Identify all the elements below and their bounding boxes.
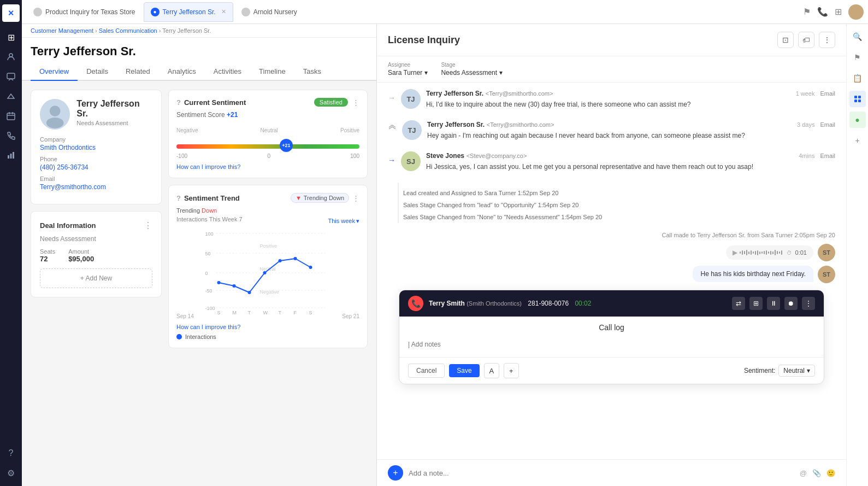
- sidebar-item-calendar[interactable]: [2, 107, 20, 125]
- tab-product-inquiry[interactable]: Product Inquiry for Texas Store: [26, 2, 143, 22]
- svg-text:T: T: [279, 310, 282, 315]
- breadcrumb-sales-comm[interactable]: Sales Communication: [99, 27, 157, 34]
- sentiment-header-right: Satisfied ⋮: [314, 98, 359, 107]
- rs-green-icon[interactable]: ●: [849, 112, 866, 128]
- call-record-icon[interactable]: ⏺: [784, 297, 798, 310]
- mention-icon[interactable]: @: [800, 469, 807, 477]
- seats-value: 72: [40, 255, 55, 263]
- legend-dot: [176, 334, 182, 339]
- add-new-button[interactable]: + Add New: [40, 268, 152, 288]
- expand-icon[interactable]: ⊡: [777, 32, 794, 48]
- svg-text:T: T: [248, 310, 251, 315]
- tab-overview[interactable]: Overview: [31, 63, 78, 81]
- tab-analytics[interactable]: Analytics: [159, 63, 205, 81]
- notifications-icon[interactable]: ⚑: [803, 7, 811, 17]
- phone-value[interactable]: (480) 256-36734: [40, 163, 152, 171]
- sentiment-badge: Satisfied: [314, 98, 348, 107]
- company-value[interactable]: Smith Orthodontics: [40, 144, 152, 151]
- cancel-button[interactable]: Cancel: [408, 364, 445, 378]
- tab-related[interactable]: Related: [117, 63, 159, 81]
- wave-14: [768, 251, 769, 254]
- sentiment-dropdown[interactable]: Neutral ▾: [778, 365, 815, 377]
- trend-menu-icon[interactable]: ⋮: [352, 194, 359, 202]
- call-hold-icon[interactable]: ⏸: [767, 297, 780, 310]
- assignee-value[interactable]: Sara Turner ▾: [388, 69, 428, 77]
- contact-avatar: [40, 99, 70, 130]
- tab-arnold-nursery[interactable]: Arnold Nursery: [234, 2, 304, 22]
- svg-text:Negative: Negative: [260, 289, 280, 295]
- call-bubble: He has his kids birthday next Friday.: [693, 266, 813, 282]
- call-keypad-icon[interactable]: ⊞: [749, 297, 763, 310]
- score-label: Sentiment Score +21: [176, 111, 359, 119]
- left-panel-body: Terry Jefferson Sr. Needs Assessment Com…: [22, 81, 376, 486]
- sidebar-item-reports[interactable]: [2, 147, 20, 164]
- trend-header: ? Sentiment Trend ▼ Trending Down ⋮: [176, 193, 359, 203]
- svg-rect-37: [854, 99, 857, 102]
- deal-header: Deal Information ⋮: [40, 220, 152, 231]
- email-value[interactable]: Terry@smithortho.com: [40, 183, 152, 191]
- tab-close-icon[interactable]: ✕: [221, 8, 226, 15]
- sidebar-item-contacts[interactable]: [2, 48, 20, 66]
- seats-stat: Seats 72: [40, 248, 55, 263]
- msg-sender-2: Terry Jefferson Sr. <Terry@smithortho.co…: [427, 120, 554, 128]
- svg-point-7: [46, 118, 64, 128]
- stage-value[interactable]: Needs Assessment ▾: [441, 69, 503, 77]
- save-button[interactable]: Save: [449, 364, 479, 377]
- trending-dir: Down: [202, 207, 217, 214]
- improve-link-1[interactable]: How can I improve this?: [176, 163, 359, 170]
- sidebar-item-phone[interactable]: [2, 127, 20, 144]
- call-duration: 00:02: [575, 300, 591, 307]
- attach-icon[interactable]: 📎: [812, 469, 821, 477]
- tab-activities[interactable]: Activities: [205, 63, 250, 81]
- format-icon[interactable]: A: [484, 363, 499, 378]
- user-avatar[interactable]: [848, 4, 864, 20]
- sentiment-header: ? Current Sentiment Satisfied ⋮: [176, 98, 359, 107]
- rs-search-icon[interactable]: 🔍: [849, 28, 866, 45]
- sidebar-item-deals[interactable]: [2, 87, 20, 105]
- play-icon[interactable]: ▶: [733, 249, 737, 256]
- note-input[interactable]: [409, 469, 794, 477]
- phone-icon[interactable]: 📞: [817, 7, 828, 17]
- page-header: Terry Jefferson Sr.: [22, 38, 376, 63]
- audio-waves: [740, 250, 782, 255]
- note-icons: @ 📎 🙂: [800, 469, 835, 477]
- improve-link-2[interactable]: How can I improve this?: [176, 324, 359, 330]
- msg-content-3: Steve Jones <Steve@company.co> 4mins Ema…: [426, 151, 835, 172]
- tab-details[interactable]: Details: [78, 63, 117, 81]
- tab-tasks[interactable]: Tasks: [294, 63, 330, 81]
- svg-point-33: [294, 257, 297, 260]
- msg-meta-3: 4mins Email: [799, 153, 835, 159]
- tag-icon[interactable]: 🏷: [798, 32, 814, 48]
- call-more-icon[interactable]: ⋮: [802, 297, 815, 310]
- audio-bar[interactable]: ▶: [726, 245, 813, 260]
- assignee-chevron: ▾: [424, 69, 428, 77]
- call-transfer-icon[interactable]: ⇄: [732, 297, 745, 310]
- svg-rect-2: [7, 113, 15, 120]
- sidebar-item-settings[interactable]: ⚙: [2, 464, 20, 482]
- rs-table-icon[interactable]: [849, 91, 866, 107]
- rs-add-icon[interactable]: +: [849, 132, 866, 149]
- tab-timeline[interactable]: Timeline: [250, 63, 294, 81]
- svg-text:F: F: [294, 310, 297, 315]
- add-note-button[interactable]: +: [388, 465, 403, 481]
- tab-terry-jefferson[interactable]: ● Terry Jefferson Sr. ✕: [144, 2, 233, 22]
- week-selector[interactable]: This week ▾: [328, 218, 359, 225]
- rs-flag-icon[interactable]: ⚑: [849, 49, 866, 66]
- more-options-icon[interactable]: ⋮: [819, 32, 835, 48]
- svg-text:M: M: [233, 310, 237, 315]
- main-content: Product Inquiry for Texas Store ● Terry …: [22, 0, 868, 486]
- sidebar-item-messages[interactable]: [2, 68, 20, 85]
- emoji-icon[interactable]: 🙂: [826, 469, 835, 477]
- breadcrumb-customer-mgmt[interactable]: Customer Management: [31, 27, 93, 34]
- wave-17: [775, 250, 776, 255]
- app-logo[interactable]: ✕: [2, 4, 20, 22]
- sidebar-item-home[interactable]: ⊞: [2, 28, 20, 46]
- sidebar-item-settings-help[interactable]: ?: [2, 444, 20, 462]
- rs-notes-icon[interactable]: 📋: [849, 70, 866, 86]
- insert-icon[interactable]: +: [504, 363, 519, 378]
- apps-grid-icon[interactable]: ⊞: [835, 7, 842, 17]
- sentiment-menu-icon[interactable]: ⋮: [352, 98, 359, 107]
- breadcrumb: Customer Management › Sales Communicatio…: [22, 24, 376, 38]
- deal-menu-icon[interactable]: ⋮: [144, 220, 152, 231]
- call-notes-input[interactable]: [408, 338, 815, 350]
